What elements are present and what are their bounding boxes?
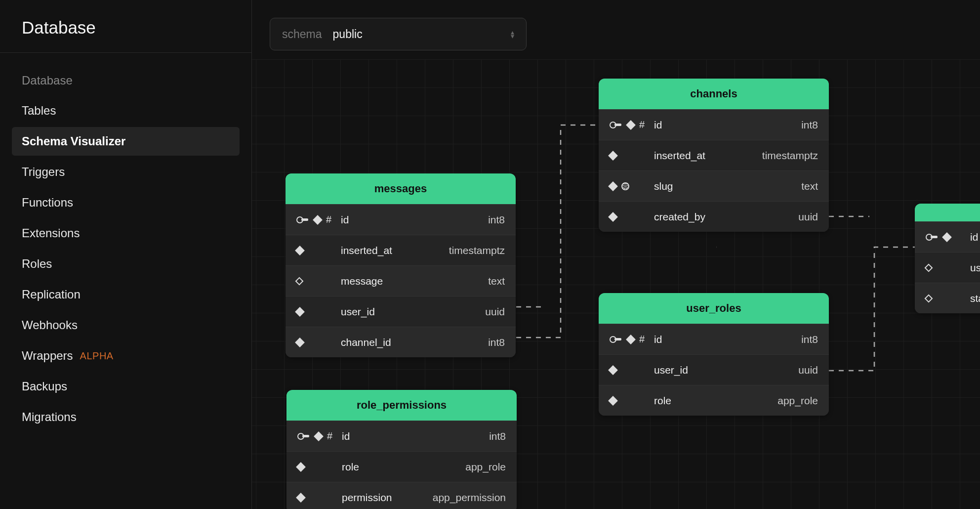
table-title: channels [599, 79, 829, 109]
hash-icon [326, 214, 331, 225]
table-column-row[interactable]: roleapp_role [599, 385, 829, 416]
diamond-fill-icon [313, 215, 323, 225]
page-title: Database [22, 18, 230, 38]
sidebar-item-functions[interactable]: Functions [12, 188, 240, 217]
sidebar-item-triggers[interactable]: Triggers [12, 158, 240, 186]
column-icons [296, 214, 341, 225]
column-type: app_permission [433, 492, 506, 504]
sidebar-item-extensions[interactable]: Extensions [12, 219, 240, 248]
sidebar-item-roles[interactable]: Roles [12, 250, 240, 278]
column-type: int8 [801, 119, 818, 131]
schema-select[interactable]: schema public ▴▾ [270, 18, 527, 50]
badge-alpha: ALPHA [80, 350, 114, 362]
diamond-fill-icon [608, 212, 618, 222]
key-icon [610, 336, 622, 343]
column-type: uuid [485, 306, 505, 318]
diamond-fill-icon [295, 307, 305, 317]
column-icons [297, 494, 342, 501]
sidebar-item-webhooks[interactable]: Webhooks [12, 311, 240, 339]
sidebar-item-label: Replication [22, 288, 81, 301]
table-card-user-roles[interactable]: user_rolesidint8user_iduuidroleapp_role [599, 293, 829, 416]
table-card-users[interactable]: idusesta [915, 204, 980, 313]
column-type: int8 [801, 334, 818, 345]
column-icons [610, 182, 654, 190]
diamond-fill-icon [608, 396, 618, 406]
column-name: id [654, 334, 801, 345]
hash-icon [639, 334, 645, 345]
table-column-row[interactable]: id [915, 221, 980, 252]
diamond-fill-icon [942, 232, 952, 242]
table-column-row[interactable]: channel_idint8 [286, 327, 516, 357]
sidebar-item-migrations[interactable]: Migrations [12, 403, 240, 431]
table-column-row[interactable]: permissionapp_permission [286, 482, 517, 509]
column-name: inserted_at [654, 150, 762, 162]
column-icons [610, 119, 654, 130]
column-type: uuid [798, 211, 818, 223]
column-name: slug [654, 180, 801, 192]
column-name: inserted_at [341, 245, 449, 256]
sidebar-nav: Database TablesSchema VisualizerTriggers… [0, 53, 251, 431]
table-column-row[interactable]: inserted_attimestamptz [599, 140, 829, 170]
column-name: created_by [654, 211, 798, 223]
finger-icon [621, 182, 629, 190]
sidebar-item-wrappers[interactable]: WrappersALPHA [12, 341, 240, 370]
table-column-row[interactable]: messagetext [286, 265, 516, 296]
column-type: text [801, 180, 818, 192]
diamond-icon [295, 277, 304, 285]
table-column-row[interactable]: user_iduuid [599, 354, 829, 385]
column-icons [926, 296, 970, 301]
sidebar-item-schema-visualizer[interactable]: Schema Visualizer [12, 127, 240, 156]
sidebar-item-label: Tables [22, 104, 56, 118]
hash-icon [639, 119, 645, 130]
sidebar-item-label: Extensions [22, 226, 80, 240]
table-column-row[interactable]: user_iduuid [286, 296, 516, 327]
table-column-row[interactable]: roleapp_role [286, 451, 517, 482]
sidebar-item-label: Backups [22, 380, 67, 393]
diamond-icon [925, 294, 933, 302]
table-title: role_permissions [286, 390, 517, 421]
key-icon [926, 234, 939, 241]
table-column-row[interactable]: sta [915, 283, 980, 313]
schema-canvas[interactable]: schema public ▴▾ messagesidint8inserted_… [252, 0, 980, 509]
column-name: sta [970, 293, 980, 304]
sidebar-item-backups[interactable]: Backups [12, 372, 240, 401]
column-icons [610, 213, 654, 220]
sidebar-item-label: Triggers [22, 165, 65, 179]
column-name: id [341, 214, 488, 226]
table-column-row[interactable]: idint8 [599, 109, 829, 140]
column-icons [296, 308, 341, 315]
column-type: app_role [777, 395, 818, 407]
diamond-fill-icon [296, 462, 306, 472]
table-card-messages[interactable]: messagesidint8inserted_attimestamptzmess… [286, 173, 516, 357]
table-column-row[interactable]: idint8 [286, 421, 517, 451]
column-type: app_role [465, 461, 506, 473]
column-name: use [970, 262, 980, 274]
diamond-fill-icon [295, 338, 305, 347]
column-type: int8 [489, 430, 506, 442]
diamond-fill-icon [314, 431, 324, 441]
table-title [915, 204, 980, 221]
column-icons [610, 334, 654, 345]
table-column-row[interactable]: idint8 [599, 324, 829, 354]
column-icons [296, 278, 341, 284]
nav-group-label: Database [12, 68, 240, 93]
table-card-channels[interactable]: channelsidint8inserted_attimestamptzslug… [599, 79, 829, 232]
column-type: int8 [488, 214, 505, 226]
column-icons [296, 339, 341, 346]
table-column-row[interactable]: use [915, 252, 980, 283]
column-type: uuid [798, 364, 818, 376]
table-column-row[interactable]: inserted_attimestamptz [286, 235, 516, 265]
diamond-icon [925, 263, 933, 272]
column-name: id [970, 231, 980, 243]
sidebar-item-label: Functions [22, 196, 73, 210]
sidebar-item-tables[interactable]: Tables [12, 96, 240, 125]
column-name: id [342, 430, 489, 442]
table-column-row[interactable]: slugtext [599, 170, 829, 201]
table-column-row[interactable]: created_byuuid [599, 201, 829, 232]
table-card-role-permissions[interactable]: role_permissionsidint8roleapp_rolepermis… [286, 390, 517, 509]
sidebar-item-label: Webhooks [22, 318, 78, 332]
table-column-row[interactable]: idint8 [286, 204, 516, 235]
column-icons [926, 265, 970, 271]
key-icon [297, 433, 310, 440]
sidebar-item-replication[interactable]: Replication [12, 280, 240, 309]
